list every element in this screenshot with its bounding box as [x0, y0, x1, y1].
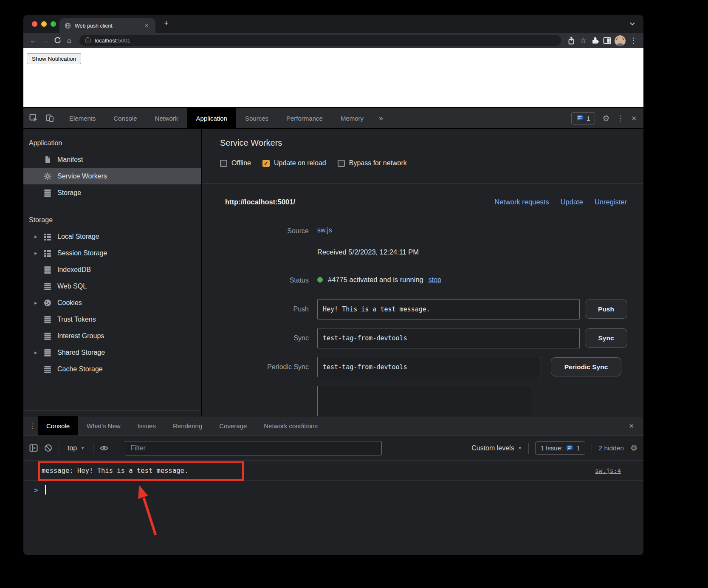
sidebar-item-local-storage[interactable]: ▶ Local Storage — [23, 228, 201, 245]
expander-icon[interactable]: ▶ — [34, 301, 37, 305]
tab-search-chevron-icon[interactable] — [630, 22, 635, 25]
offline-checkbox-row[interactable]: ✓ Offline — [220, 159, 251, 167]
database-icon — [44, 365, 51, 373]
sidebar-section-storage: Storage — [23, 212, 201, 228]
tab-close-icon[interactable]: ✕ — [143, 22, 150, 29]
sidebar-item-interest-groups[interactable]: Interest Groups — [23, 328, 201, 344]
zoom-window-button[interactable] — [51, 21, 56, 27]
tab-memory[interactable]: Memory — [332, 108, 372, 128]
sidebar-item-trust-tokens[interactable]: Trust Tokens — [23, 311, 201, 328]
reload-button[interactable] — [51, 37, 63, 44]
expander-icon[interactable]: ▶ — [34, 351, 37, 355]
sync-button[interactable]: Sync — [585, 328, 627, 348]
tab-application[interactable]: Application — [187, 108, 236, 128]
database-icon — [44, 189, 51, 197]
tab-elements[interactable]: Elements — [60, 108, 105, 128]
drawer-tab-rendering[interactable]: Rendering — [164, 416, 211, 435]
devtools-tab-bar: Elements Console Network Application Sou… — [23, 107, 643, 129]
sidebar-section-application: Application — [23, 135, 201, 151]
settings-gear-icon[interactable]: ⚙ — [602, 114, 609, 122]
address-bar[interactable]: ⓘ localhost:5001 — [79, 35, 561, 46]
drawer-tab-whats-new[interactable]: What's New — [78, 416, 129, 435]
sidebar-item-cookies[interactable]: ▶ Cookies — [23, 294, 201, 311]
back-button[interactable]: ← — [28, 37, 39, 44]
sidebar-item-session-storage[interactable]: ▶ Session Storage — [23, 245, 201, 261]
new-tab-button[interactable]: + — [162, 19, 170, 28]
minimize-window-button[interactable] — [41, 21, 47, 27]
console-message-row[interactable]: message: Hey! This is a test message. sw… — [23, 461, 643, 481]
update-link[interactable]: Update — [561, 198, 583, 206]
log-levels-dropdown[interactable]: Custom levels ▼ — [471, 444, 522, 452]
console-sidebar-toggle-icon[interactable] — [29, 444, 38, 452]
sidebar-item-storage[interactable]: Storage — [23, 184, 201, 201]
sync-tag-input[interactable] — [317, 328, 580, 348]
drawer-menu-kebab-icon[interactable]: ⋮ — [27, 416, 38, 435]
issues-counter-button[interactable]: 1 — [571, 112, 595, 124]
profile-avatar[interactable] — [615, 35, 626, 46]
sidebar-item-indexeddb[interactable]: IndexedDB — [23, 261, 201, 278]
periodic-sync-button[interactable]: Periodic Sync — [551, 357, 621, 376]
console-filter-input[interactable] — [125, 441, 382, 455]
bypass-for-network-checkbox-row[interactable]: ✓ Bypass for network — [338, 159, 407, 167]
sidebar-item-shared-storage[interactable]: ▶ Shared Storage — [23, 344, 201, 361]
network-requests-link[interactable]: Network requests — [494, 198, 549, 206]
console-issues-button[interactable]: 1 Issue: 1 — [535, 441, 586, 455]
drawer-tab-issues[interactable]: Issues — [129, 416, 164, 435]
browser-tab[interactable]: Web push client ✕ — [59, 18, 155, 33]
execution-context-selector[interactable]: top ▼ — [65, 444, 87, 452]
expander-icon[interactable]: ▶ — [34, 251, 37, 255]
console-settings-gear-icon[interactable]: ⚙ — [630, 444, 637, 452]
console-prompt[interactable]: > — [23, 481, 643, 495]
hidden-messages-count[interactable]: 2 hidden — [598, 444, 623, 452]
update-on-reload-checkbox[interactable]: ✓ — [262, 160, 270, 167]
sidebar-item-service-workers[interactable]: Service Workers — [23, 168, 201, 184]
drawer-tab-network-conditions[interactable]: Network conditions — [255, 416, 326, 435]
show-notification-button[interactable]: Show Notification — [27, 53, 81, 64]
tab-sources[interactable]: Sources — [236, 108, 277, 128]
drawer-tab-console[interactable]: Console — [38, 416, 78, 435]
offline-checkbox[interactable]: ✓ — [220, 160, 227, 167]
issue-bubble-icon — [566, 445, 573, 451]
message-source-link[interactable]: sw.js:4 — [595, 467, 621, 474]
drawer-tab-coverage[interactable]: Coverage — [211, 416, 255, 435]
close-window-button[interactable] — [32, 21, 37, 27]
globe-favicon-icon — [65, 23, 71, 29]
forward-button[interactable]: → — [39, 37, 51, 44]
tab-performance[interactable]: Performance — [277, 108, 332, 128]
devtools-close-icon[interactable]: ✕ — [631, 115, 637, 122]
drawer-close-icon[interactable]: ✕ — [623, 416, 640, 435]
site-info-icon[interactable]: ⓘ — [85, 37, 91, 45]
sidebar-item-web-sql[interactable]: Web SQL — [23, 278, 201, 294]
divider — [59, 443, 59, 454]
side-panel-icon[interactable] — [601, 37, 613, 45]
url-host: localhost — [95, 37, 116, 44]
share-icon[interactable] — [565, 37, 577, 45]
chevron-down-icon: ▼ — [81, 446, 85, 450]
unregister-link[interactable]: Unregister — [595, 198, 627, 206]
prompt-chevron-icon: > — [34, 486, 38, 494]
bookmark-star-icon[interactable]: ☆ — [577, 37, 589, 44]
stop-link[interactable]: stop — [429, 276, 441, 284]
tab-console[interactable]: Console — [105, 108, 146, 128]
source-file-link[interactable]: sw.js — [317, 226, 332, 234]
clear-console-icon[interactable] — [44, 444, 52, 452]
devtools-menu-kebab-icon[interactable]: ⋮ — [617, 115, 624, 122]
periodic-sync-tag-input[interactable] — [317, 357, 541, 377]
sidebar-item-manifest[interactable]: Manifest — [23, 151, 201, 168]
push-button[interactable]: Push — [585, 300, 627, 319]
update-on-reload-checkbox-row[interactable]: ✓ Update on reload — [262, 159, 326, 167]
sidebar-item-cache-storage[interactable]: Cache Storage — [23, 361, 201, 377]
sidebar-item-label: Local Storage — [57, 233, 99, 240]
push-message-input[interactable] — [317, 299, 580, 319]
bypass-for-network-checkbox[interactable]: ✓ — [338, 160, 345, 167]
more-tabs-icon[interactable]: » — [372, 108, 389, 128]
expander-icon[interactable]: ▶ — [34, 235, 37, 239]
console-message-text: message: Hey! This is a test message. — [42, 467, 188, 475]
device-toolbar-icon[interactable] — [45, 114, 54, 122]
home-button[interactable]: ⌂ — [63, 37, 75, 44]
extensions-puzzle-icon[interactable] — [589, 37, 601, 45]
browser-menu-kebab-icon[interactable]: ⋮ — [627, 37, 639, 44]
inspect-element-icon[interactable] — [29, 114, 38, 122]
tab-network[interactable]: Network — [146, 108, 187, 128]
live-expression-eye-icon[interactable] — [100, 444, 108, 452]
